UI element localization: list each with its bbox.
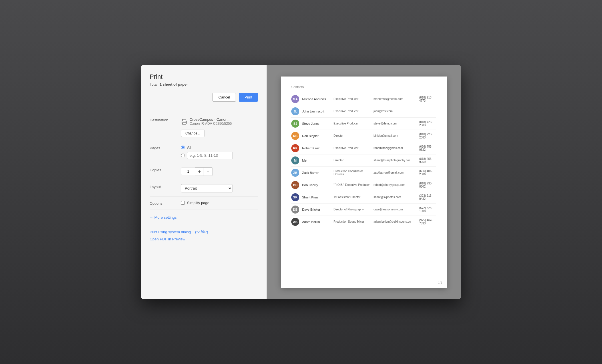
svg-point-3 <box>185 122 186 122</box>
pages-custom-option[interactable] <box>181 152 258 159</box>
options-row: Options Simplify page <box>150 197 258 210</box>
preview-page: Contacts MA Milenda Andrews Executive Pr… <box>281 77 447 288</box>
contact-phone: (818) 213-4773 <box>419 96 436 102</box>
contact-role: Director of Photography <box>334 208 371 211</box>
contact-name: Zack Barron <box>302 171 331 174</box>
options-label: Options <box>150 201 181 206</box>
contact-row: ZB Zack Barron Production Coordinator Ho… <box>291 167 436 179</box>
contact-email: dave@leanometry.com <box>374 208 416 211</box>
print-settings-panel: Print Total: 1 sheet of paper Cancel Pri… <box>141 65 267 299</box>
copies-control: + – <box>181 167 258 176</box>
contact-avatar: RB <box>291 132 299 140</box>
pages-all-radio[interactable] <box>181 146 185 149</box>
printer-model: Canon iR-ADV C5250/5255 <box>190 122 232 126</box>
pages-all-option[interactable]: All <box>181 145 258 150</box>
copies-increment-button[interactable]: + <box>195 167 204 176</box>
screen-background: Print Total: 1 sheet of paper Cancel Pri… <box>0 0 602 364</box>
pages-all-label: All <box>187 145 191 150</box>
simplify-page-checkbox[interactable] <box>181 201 185 205</box>
simplify-page-option[interactable]: Simplify page <box>181 201 258 205</box>
contact-row: SJ Steve Jones Executive Producer steve@… <box>291 118 436 130</box>
copies-decrement-button[interactable]: – <box>204 167 212 176</box>
contact-phone: (626) 755-0622 <box>419 145 436 151</box>
contact-row: MA Milenda Andrews Executive Producer ma… <box>291 93 436 105</box>
contact-role: Production Coordinator Hostess <box>334 170 371 176</box>
contact-email: zackbarron@gmail.com <box>374 171 416 174</box>
contact-avatar: SJ <box>291 120 299 128</box>
print-preview-panel: Contacts MA Milenda Andrews Executive Pr… <box>267 65 461 299</box>
contact-phone: (323) 213-0432 <box>419 194 436 200</box>
print-button[interactable]: Print <box>239 93 258 102</box>
printer-info: CrossCampus - Canon... Canon iR-ADV C525… <box>190 117 232 128</box>
destination-header: CrossCampus - Canon... Canon iR-ADV C525… <box>181 117 258 128</box>
copies-input[interactable] <box>181 168 195 175</box>
contact-name: Dave Bricker <box>302 208 331 211</box>
total-value: 1 sheet of paper <box>160 82 188 87</box>
contact-phone: (818) 256-9259 <box>419 157 436 164</box>
more-settings-plus-icon: + <box>150 214 153 220</box>
contact-row: RK Robert Kiraz Executive Producer rober… <box>291 142 436 154</box>
print-title: Print <box>150 73 258 81</box>
simplify-page-label: Simplify page <box>187 201 209 205</box>
link-section: Print using system dialog... (⌥⌘P) Open … <box>150 225 258 241</box>
print-total: Total: 1 sheet of paper <box>150 82 258 87</box>
contact-avatar: M <box>291 156 299 164</box>
contact-email: steve@demo.com <box>374 122 416 125</box>
print-dialog: Print Total: 1 sheet of paper Cancel Pri… <box>141 65 461 299</box>
open-pdf-link[interactable]: Open PDF in Preview <box>150 237 258 241</box>
contact-email: robertkiraz@gmail.com <box>374 146 416 150</box>
contact-avatar: RK <box>291 144 299 152</box>
copies-content: + – <box>181 167 258 176</box>
print-actions: Cancel Print <box>150 93 258 102</box>
contact-name: Adam Belkin <box>302 220 331 224</box>
pages-custom-radio[interactable] <box>181 154 185 157</box>
contact-email: robert@cherrygroup.com <box>374 183 416 186</box>
contact-role: Director <box>334 134 371 137</box>
layout-row: Layout Portrait Landscape <box>150 180 258 197</box>
contact-row: JL John Lynn-scott Executive Producer jo… <box>291 105 436 118</box>
change-printer-button[interactable]: Change... <box>181 130 204 137</box>
contact-avatar: AB <box>291 218 299 226</box>
contact-email: mandrews@netflix.com <box>374 97 416 100</box>
contact-email: john@test.com <box>374 110 416 113</box>
contact-name: Bob Cherry <box>302 183 331 187</box>
destination-row: Destination CrossCampus - Can <box>150 113 258 141</box>
svg-rect-2 <box>182 122 186 124</box>
pages-label: Pages <box>150 145 181 150</box>
options-content: Simplify page <box>181 201 258 205</box>
contact-role: Executive Producer <box>334 122 371 125</box>
contact-avatar: JL <box>291 107 299 115</box>
contact-phone: (572) 328-1008 <box>419 206 436 213</box>
contact-phone: (818) 723-2083 <box>419 120 436 127</box>
contact-role: Executive Producer <box>334 97 371 100</box>
contact-row: AB Adam Belkin Production Sound Mixer ad… <box>291 216 436 228</box>
cancel-button[interactable]: Cancel <box>212 93 236 102</box>
contact-phone: (636) 401-2386 <box>419 170 436 176</box>
layout-content: Portrait Landscape <box>181 184 258 192</box>
contact-row: M Mel Director shant@kirazphotography.co… <box>291 154 436 167</box>
destination-label: Destination <box>150 117 181 122</box>
divider <box>150 111 258 111</box>
layout-select[interactable]: Portrait Landscape <box>181 184 232 192</box>
contact-row: DB Dave Bricker Director of Photography … <box>291 204 436 216</box>
contact-role: 1st Assistant Director <box>334 196 371 199</box>
contact-name: John Lynn-scott <box>302 110 331 113</box>
contacts-list: MA Milenda Andrews Executive Producer ma… <box>291 93 436 228</box>
more-settings-label: More settings <box>154 215 177 220</box>
contact-role: Director <box>334 159 371 162</box>
contact-avatar: DB <box>291 206 299 214</box>
contacts-section-title: Contacts <box>291 85 436 89</box>
more-settings-button[interactable]: + More settings <box>150 210 258 225</box>
contact-avatar: ZB <box>291 169 299 177</box>
contact-name: Mel <box>302 159 331 162</box>
contact-name: Milenda Andrews <box>302 97 331 101</box>
copies-row: Copies + – <box>150 163 258 180</box>
system-dialog-link[interactable]: Print using system dialog... (⌥⌘P) <box>150 230 258 234</box>
pages-custom-input[interactable] <box>187 152 233 159</box>
contact-name: Shant Kiraz <box>302 196 331 199</box>
contact-avatar: BC <box>291 181 299 189</box>
page-number: 1/1 <box>438 281 442 284</box>
svg-rect-1 <box>182 119 186 121</box>
contact-row: BC Bob Cherry "R.O.B." Executive Produce… <box>291 179 436 191</box>
contact-email: shant@skphotos.com <box>374 196 416 199</box>
